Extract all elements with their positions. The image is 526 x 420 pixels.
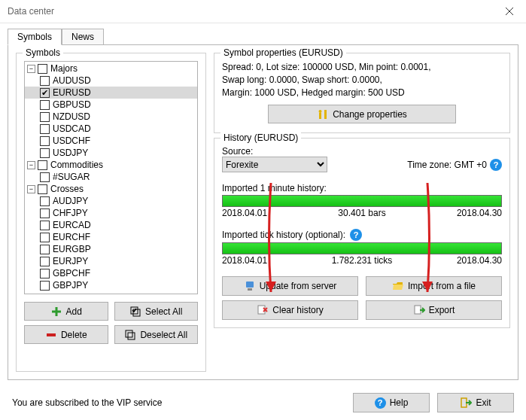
tree-item[interactable]: EURCAD [25,219,197,231]
tree-category[interactable]: −Crosses [25,183,197,195]
checkbox[interactable] [40,257,50,266]
minute-history-bar [222,195,502,207]
tree-item[interactable]: AUDJPY [25,195,197,207]
imported-tick-label: Imported tick history (optional): [222,230,345,240]
help-icon[interactable]: ? [350,229,362,241]
tree-item-label: GBPUSD [53,99,91,110]
exit-button[interactable]: Exit [437,393,514,412]
tree-item[interactable]: GBPCHF [25,267,197,279]
tree-item[interactable]: #SUGAR [25,171,197,183]
tree-item-label: USDCHF [53,135,90,146]
svg-rect-13 [461,398,467,407]
exit-icon [460,397,472,409]
svg-rect-9 [246,282,254,288]
checkbox[interactable] [40,245,50,254]
tree-item[interactable]: AUDUSD [25,75,197,87]
tree-item-label: USDCAD [53,123,91,134]
checkbox[interactable] [40,100,50,110]
checkbox[interactable] [40,172,50,182]
svg-rect-12 [415,306,421,314]
source-select[interactable]: Forexite [222,157,327,172]
tree-item-label: #SUGAR [53,172,90,182]
tree-item[interactable]: CHFJPY [25,207,197,219]
tab-news[interactable]: News [62,29,104,45]
tree-item[interactable]: EURGBP [25,243,197,255]
collapse-icon[interactable]: − [27,65,35,73]
checkbox[interactable] [40,221,50,230]
select-all-icon [129,306,141,318]
svg-rect-11 [258,306,265,314]
export-icon [413,304,425,316]
close-icon [503,5,515,17]
checkbox[interactable] [40,76,50,86]
folder-open-icon [392,280,404,292]
tree-category-label: Commodities [50,160,103,170]
delete-button[interactable]: Delete [24,325,108,344]
help-button[interactable]: ? Help [353,393,430,412]
help-icon: ? [375,397,386,409]
help-label: Help [390,397,409,408]
collapse-icon[interactable]: − [27,185,35,193]
tree-item[interactable]: EURCHF [25,231,197,243]
tick-history-bar [222,242,502,254]
tree-item-label: EURGBP [53,244,91,254]
subscription-status: You are subscribed to the VIP service [12,397,162,408]
svg-point-7 [319,110,322,113]
window-close-button[interactable] [492,0,526,23]
tree-category-label: Majors [50,63,78,74]
timezone-label: Time zone: GMT +0 [407,160,487,170]
checkbox[interactable] [40,233,50,242]
checkbox[interactable] [40,208,50,218]
tree-item-label: AUDUSD [53,75,91,86]
tree-category[interactable]: −Majors [25,62,197,75]
tree-item-label: CHFJPY [53,208,88,218]
tree-item[interactable]: USDCHF [25,135,197,147]
add-button-label: Add [66,306,82,317]
checkbox[interactable] [40,196,50,206]
tree-category-label: Crosses [50,184,84,194]
server-icon [244,280,256,292]
collapse-icon[interactable]: − [27,161,35,169]
tree-item-label: GBPCHF [53,268,90,278]
checkbox[interactable] [38,64,47,74]
checkbox[interactable] [40,136,50,146]
checkbox[interactable] [40,281,50,291]
select-all-button[interactable]: Select All [114,302,199,321]
help-icon[interactable]: ? [490,159,502,171]
properties-icon [317,108,329,120]
symbols-tree[interactable]: −MajorsAUDUSD✔EURUSDGBPUSDNZDUSDUSDCADUS… [24,61,198,294]
tree-category[interactable]: −Commodities [25,159,197,171]
tree-item-label: AUDJPY [53,196,88,206]
checkbox[interactable] [38,160,47,170]
plus-icon [50,306,62,318]
tree-item-label: EURUSD [53,87,91,98]
checkbox[interactable] [40,269,50,278]
tree-item[interactable]: GBPJPY [25,279,197,291]
tree-item[interactable]: USDCAD [25,123,197,135]
import-label: Import from a file [408,281,476,291]
deselect-all-label: Deselect All [140,330,187,340]
minus-icon [45,329,57,341]
svg-rect-10 [248,288,252,291]
svg-rect-2 [47,333,56,336]
import-from-file-button[interactable]: Import from a file [366,276,502,296]
tree-item[interactable]: ✔EURUSD [25,87,197,99]
tree-item[interactable]: NZDUSD [25,111,197,123]
clear-history-button[interactable]: Clear history [222,300,358,320]
tab-symbols[interactable]: Symbols [8,29,62,45]
svg-rect-4 [128,333,135,339]
tree-item[interactable]: USDJPY [25,147,197,159]
change-properties-button[interactable]: Change properties [268,105,456,123]
tree-item[interactable]: GBPUSD [25,99,197,111]
export-button[interactable]: Export [366,300,502,320]
checkbox[interactable] [38,184,47,194]
checkbox[interactable] [40,112,50,122]
tree-item[interactable]: EURJPY [25,255,197,267]
deselect-all-button[interactable]: Deselect All [114,325,199,344]
checkbox[interactable] [40,148,50,158]
checkbox[interactable] [40,124,50,134]
update-from-server-button[interactable]: Update from server [222,276,358,296]
checkbox[interactable]: ✔ [40,88,50,98]
tree-item-label: GBPJPY [53,280,88,291]
add-button[interactable]: Add [24,302,108,321]
